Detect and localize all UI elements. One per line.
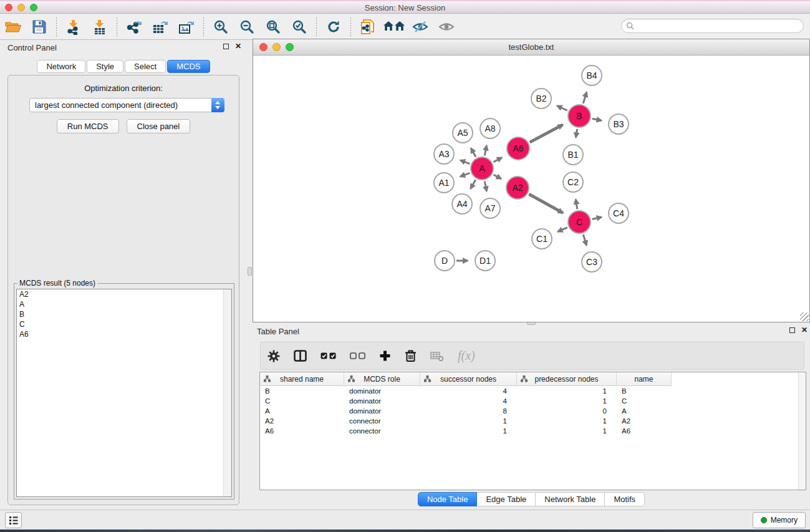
table-cell[interactable]: C: [260, 396, 344, 406]
show-hide-graphic-details-button[interactable]: [410, 16, 431, 37]
split-columns-button[interactable]: [294, 350, 307, 362]
tab-style[interactable]: Style: [87, 60, 123, 73]
table-cell[interactable]: A: [617, 406, 672, 416]
home-views-button[interactable]: [383, 16, 405, 37]
clone-network-button[interactable]: [357, 16, 378, 37]
graph-node-A[interactable]: A: [470, 157, 494, 180]
table-cell[interactable]: 1: [517, 396, 617, 406]
graph-edge-A6-B[interactable]: [530, 125, 563, 142]
mcds-result-item[interactable]: B: [17, 309, 231, 319]
zoom-fit-button[interactable]: [263, 16, 284, 37]
zoom-in-button[interactable]: [210, 16, 231, 37]
close-table-panel-icon[interactable]: ✕: [801, 327, 808, 333]
table-cell[interactable]: connector: [344, 426, 420, 436]
vertical-split-handle[interactable]: [248, 267, 252, 276]
mcds-result-item[interactable]: A2: [17, 289, 231, 299]
tab-motifs[interactable]: Motifs: [605, 492, 645, 506]
table-row[interactable]: Adominator80A: [260, 406, 806, 416]
table-cell[interactable]: 8: [420, 406, 517, 416]
mcds-list-scrollbar[interactable]: [223, 289, 231, 496]
graph-node-C[interactable]: C: [567, 210, 591, 234]
graph-node-A1[interactable]: A1: [433, 172, 455, 193]
graph-edge-A-A5[interactable]: [471, 148, 476, 157]
graph-edge-B-B2[interactable]: [557, 106, 567, 111]
table-row[interactable]: Cdominator41C: [260, 396, 806, 406]
graph-edge-A-A1[interactable]: [460, 173, 470, 177]
criterion-dropdown[interactable]: largest connected component (directed): [29, 98, 224, 112]
graph-node-A4[interactable]: A4: [451, 193, 473, 215]
table-cell[interactable]: A: [260, 406, 344, 416]
table-cell[interactable]: B: [617, 386, 672, 396]
mcds-result-item[interactable]: C: [17, 319, 231, 329]
graph-edge-C-C1[interactable]: [558, 228, 567, 232]
table-cell[interactable]: 1: [517, 386, 617, 396]
add-column-button[interactable]: [379, 350, 391, 362]
table-row[interactable]: Bdominator41B: [260, 386, 806, 396]
import-table-button[interactable]: [89, 16, 110, 37]
column-header-shared-name[interactable]: shared name: [260, 372, 344, 386]
graph-edge-A-A6[interactable]: [493, 157, 501, 162]
table-settings-button[interactable]: [268, 350, 280, 362]
table-cell[interactable]: 1: [517, 426, 617, 436]
graph-node-A3[interactable]: A3: [433, 143, 455, 165]
refresh-button[interactable]: [323, 16, 344, 37]
graph-node-C2[interactable]: C2: [562, 172, 584, 193]
float-panel-icon[interactable]: [223, 44, 229, 49]
graph-node-C3[interactable]: C3: [581, 251, 602, 273]
column-header-successor-nodes[interactable]: successor nodes: [420, 372, 517, 386]
table-cell[interactable]: dominator: [344, 386, 420, 396]
table-cell[interactable]: 0: [517, 406, 617, 416]
tab-node-table[interactable]: Node Table: [418, 492, 478, 506]
graph-edge-A-A3[interactable]: [460, 160, 470, 164]
graph-edge-C-C2[interactable]: [576, 200, 577, 210]
deselect-all-button[interactable]: [350, 352, 365, 359]
column-header-name[interactable]: name: [617, 372, 672, 386]
graph-edge-A2-C[interactable]: [529, 194, 562, 213]
graph-node-B3[interactable]: B3: [608, 114, 629, 135]
select-all-button[interactable]: [321, 352, 336, 359]
graph-node-B1[interactable]: B1: [562, 144, 584, 165]
graph-edge-A-A8[interactable]: [485, 145, 486, 155]
show-panels-button[interactable]: [5, 512, 22, 528]
table-cell[interactable]: 1: [517, 416, 617, 426]
graph-edge-B-B1[interactable]: [576, 129, 577, 138]
delete-table-button[interactable]: [430, 351, 444, 362]
table-row[interactable]: A6connector11A6: [260, 426, 806, 436]
zoom-selected-button[interactable]: [289, 16, 310, 37]
tab-select[interactable]: Select: [125, 60, 166, 73]
table-cell[interactable]: B: [260, 386, 344, 396]
zoom-out-button[interactable]: [236, 16, 258, 37]
graph-node-A8[interactable]: A8: [480, 118, 501, 139]
graph-node-A2[interactable]: A2: [506, 176, 529, 200]
graph-edge-C-C3[interactable]: [583, 235, 586, 245]
table-cell[interactable]: 1: [420, 416, 517, 426]
graph-node-A7[interactable]: A7: [480, 198, 501, 219]
mcds-result-item[interactable]: A6: [17, 329, 231, 339]
table-row[interactable]: A2connector11A2: [260, 416, 806, 426]
search-input[interactable]: [634, 19, 803, 32]
mcds-result-item[interactable]: A: [17, 299, 231, 309]
table-cell[interactable]: 4: [420, 386, 517, 396]
export-image-button[interactable]: [176, 16, 197, 37]
graph-edge-A-A4[interactable]: [471, 180, 476, 188]
run-mcds-button[interactable]: Run MCDS: [57, 119, 119, 133]
graph-node-A6[interactable]: A6: [506, 137, 530, 160]
table-cell[interactable]: A6: [260, 426, 344, 436]
table-cell[interactable]: A6: [617, 426, 672, 436]
export-network-button[interactable]: [123, 16, 145, 37]
table-cell[interactable]: A2: [617, 416, 672, 426]
float-table-panel-icon[interactable]: [789, 327, 795, 333]
table-cell[interactable]: 1: [420, 426, 517, 436]
graph-node-B[interactable]: B: [567, 104, 591, 128]
import-network-button[interactable]: [63, 16, 84, 37]
table-cell[interactable]: dominator: [344, 396, 420, 406]
graph-edge-B-B3[interactable]: [592, 118, 602, 120]
graph-node-B4[interactable]: B4: [581, 65, 602, 86]
network-canvas[interactable]: B4B2BB3A8A5A6A3B1AA1C2A2A4A7C4CC1C3DD1: [254, 56, 809, 321]
show-hide-annotations-button[interactable]: [436, 16, 457, 37]
graph-node-D[interactable]: D: [434, 250, 455, 271]
graph-edge-A-A2[interactable]: [493, 175, 501, 179]
tab-mcds[interactable]: MCDS: [167, 60, 210, 73]
table-cell[interactable]: A2: [260, 416, 344, 426]
tab-network-table[interactable]: Network Table: [536, 492, 605, 506]
